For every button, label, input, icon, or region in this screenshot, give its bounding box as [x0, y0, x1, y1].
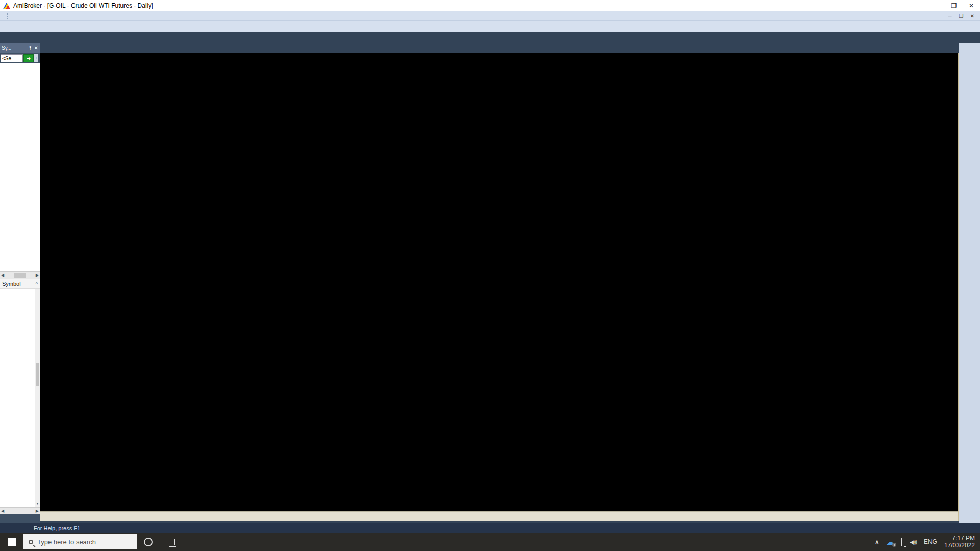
scroll-left-icon[interactable]: ◀	[1, 273, 4, 278]
sidebar-tabs	[0, 514, 40, 523]
menu-bar: ─ ❐ ✕	[0, 11, 980, 21]
pin-icon[interactable]: 🖈	[28, 45, 33, 51]
task-view-button[interactable]	[159, 533, 182, 551]
price-chart[interactable]	[40, 53, 959, 511]
symbol-column-header[interactable]: Symbol	[2, 281, 21, 287]
status-bar: For Help, press F1	[0, 523, 980, 533]
search-options-button[interactable]: ⁞	[34, 54, 38, 62]
cortana-button[interactable]	[137, 533, 159, 551]
clock[interactable]: 7:17 PM 17/03/2022	[944, 535, 975, 549]
desktop: { "window": {"title": "AmiBroker - [G-OI…	[0, 0, 980, 551]
panel-close-icon[interactable]: ✕	[34, 45, 38, 51]
maximize-button[interactable]: ❐	[945, 0, 963, 11]
taskbar-search-box[interactable]: Type here to search	[23, 534, 137, 549]
sheet-tab-bar	[40, 511, 958, 521]
symbol-scroll-thumb[interactable]	[36, 363, 39, 386]
search-icon	[29, 540, 33, 544]
chart-title-overlay	[42, 54, 49, 99]
menu-grip	[7, 13, 10, 19]
category-tree	[0, 63, 40, 271]
drawing-toolbar	[959, 43, 980, 523]
symbols-panel-title: Sy...	[2, 45, 27, 51]
toolbar	[0, 21, 980, 32]
mdi-close-button[interactable]: ✕	[967, 13, 978, 19]
search-go-button[interactable]: ➜	[23, 54, 34, 62]
symbol-list-header[interactable]: Symbol ^	[0, 279, 40, 289]
onedrive-icon[interactable]: ☁‖	[886, 537, 894, 547]
clock-time: 7:17 PM	[944, 535, 975, 542]
scroll-right-icon[interactable]: ▶	[36, 273, 39, 278]
cortana-icon	[144, 538, 153, 546]
symbol-search-input[interactable]	[1, 54, 23, 62]
cast-icon[interactable]	[901, 538, 902, 545]
mdi-minimize-button[interactable]: ─	[944, 13, 955, 19]
tray-expand-icon[interactable]: ∧	[875, 539, 879, 545]
amibroker-logo-icon	[3, 3, 10, 9]
tree-horizontal-scrollbar[interactable]: ◀ ▶	[0, 271, 40, 279]
system-tray: ∧ ☁‖ ◀))) ENG 7:17 PM 17/03/2022	[875, 535, 980, 549]
close-button[interactable]: ✕	[963, 0, 980, 11]
windows-taskbar: Type here to search ∧ ☁‖ ◀))) ENG 7:17 P…	[0, 533, 980, 551]
scroll-down-icon[interactable]: ▼	[35, 502, 40, 507]
chart-window	[40, 53, 959, 521]
mdi-restore-button[interactable]: ❐	[955, 13, 967, 19]
language-indicator[interactable]: ENG	[924, 538, 937, 545]
window-title: AmiBroker - [G-OIL - Crude Oil WTI Futur…	[13, 2, 153, 9]
scroll-left-icon[interactable]: ◀	[1, 509, 4, 513]
title-bar: AmiBroker - [G-OIL - Crude Oil WTI Futur…	[0, 0, 980, 11]
windows-logo-icon	[8, 538, 16, 546]
task-view-icon	[167, 539, 175, 545]
symbols-panel: Sy... 🖈 ✕ ➜ ⁞ ◀ ▶ Symbol ^ ▼ ◀ ▶	[0, 43, 40, 523]
symbol-horizontal-scrollbar[interactable]: ◀ ▶	[0, 507, 40, 514]
symbols-panel-header: Sy... 🖈 ✕	[0, 43, 40, 53]
start-button[interactable]	[0, 533, 23, 551]
document-tab-bar	[41, 43, 959, 53]
scroll-right-icon[interactable]: ▶	[36, 509, 39, 513]
symbol-list-scrollbar[interactable]: ▼	[35, 289, 40, 507]
search-placeholder: Type here to search	[37, 538, 96, 546]
symbol-list: ▼	[0, 289, 40, 507]
symbol-search-row: ➜ ⁞	[0, 53, 40, 63]
sort-arrow-icon: ^	[36, 281, 38, 286]
mdi-window-controls: ─ ❐ ✕	[944, 13, 978, 19]
clock-date: 17/03/2022	[944, 542, 975, 549]
volume-icon[interactable]: ◀)))	[910, 539, 917, 545]
minimize-button[interactable]: ─	[928, 0, 945, 11]
status-help-text: For Help, press F1	[0, 525, 80, 531]
scroll-thumb[interactable]	[14, 273, 26, 278]
